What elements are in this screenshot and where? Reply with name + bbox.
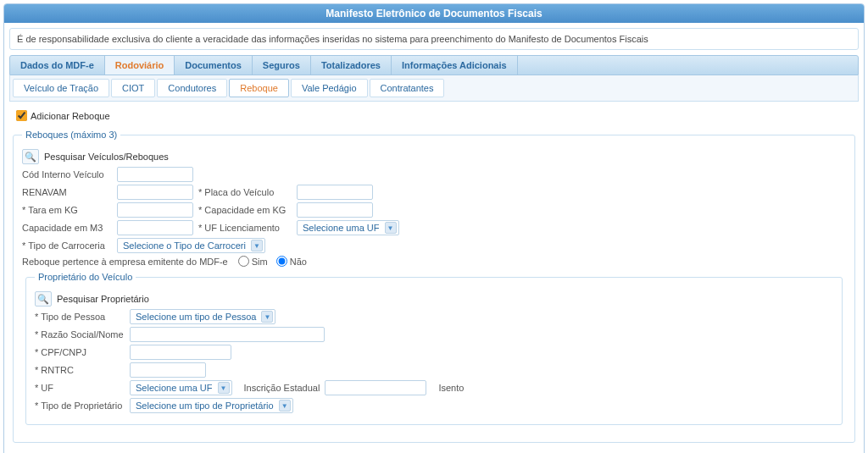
tab-totalizadores[interactable]: Totalizadores <box>311 56 392 75</box>
capacidade-m3-label: Capacidade em M3 <box>22 223 112 233</box>
cod-interno-label: Cód Interno Veículo <box>22 169 112 180</box>
search-proprietario-button[interactable]: 🔍 <box>35 291 52 307</box>
renavam-input[interactable] <box>117 185 193 200</box>
chevron-down-icon: ▼ <box>279 400 291 412</box>
tipo-pessoa-select[interactable]: Selecione um tipo de Pessoa▼ <box>130 309 275 324</box>
tab-dados-mdfe[interactable]: Dados do MDF-e <box>10 56 105 75</box>
search-veiculos-button[interactable]: 🔍 <box>22 149 39 164</box>
search-icon: 🔍 <box>37 294 49 305</box>
proprietario-fieldset: Proprietário do Veículo 🔍 Pesquisar Prop… <box>25 272 843 425</box>
tipo-carroceria-label: * Tipo de Carroceria <box>22 240 112 251</box>
proprietario-legend: Proprietário do Veículo <box>35 272 136 282</box>
tab-info-adicionais[interactable]: Informações Adicionais <box>392 56 518 75</box>
subtab-condutores[interactable]: Condutores <box>157 79 227 97</box>
tipo-prop-select[interactable]: Selecione um tipo de Proprietário▼ <box>130 398 293 413</box>
reboques-fieldset: Reboques (máximo 3) 🔍 Pesquisar Veículos… <box>13 130 855 443</box>
capacidade-kg-label: * Capacidade em KG <box>198 205 292 215</box>
rntrc-label: * RNTRC <box>35 365 125 375</box>
main-panel: Manifesto Eletrônico de Documentos Fisca… <box>3 3 865 453</box>
tipo-prop-label: * Tipo de Proprietário <box>35 401 125 411</box>
uf-lic-label: * UF Licenciamento <box>198 223 292 233</box>
uf-lic-select-text: Selecione uma UF <box>303 223 380 233</box>
tab-rodoviario[interactable]: Rodoviário <box>105 56 175 75</box>
renavam-label: RENAVAM <box>22 187 112 197</box>
tipo-carroceria-select[interactable]: Selecione o Tipo de Carroceri▼ <box>117 238 265 253</box>
uf-select[interactable]: Selecione uma UF▼ <box>130 380 232 395</box>
subtab-vale-pedagio[interactable]: Vale Pedágio <box>291 79 368 97</box>
chevron-down-icon: ▼ <box>251 240 263 251</box>
cpf-label: * CPF/CNPJ <box>35 347 125 357</box>
cod-interno-input[interactable] <box>117 167 193 182</box>
search-veiculos-label: Pesquisar Veículos/Reboques <box>44 152 169 162</box>
radio-nao[interactable] <box>276 256 287 267</box>
panel-body: É de responsabilidade exclusiva do clien… <box>4 23 864 453</box>
radio-sim-label: Sim <box>238 256 268 267</box>
chevron-down-icon: ▼ <box>261 311 273 323</box>
razao-label: * Razão Social/Nome <box>35 329 125 340</box>
radio-sim[interactable] <box>238 256 249 267</box>
subtab-reboque[interactable]: Reboque <box>229 79 289 97</box>
tipo-pessoa-label: * Tipo de Pessoa <box>35 312 125 322</box>
radio-nao-label: Não <box>276 256 307 267</box>
razao-input[interactable] <box>130 327 325 342</box>
uf-select-text: Selecione uma UF <box>136 383 213 393</box>
add-reboque-row: Adicionar Reboque <box>9 107 859 124</box>
tipo-carroceria-select-text: Selecione o Tipo de Carroceri <box>123 240 246 251</box>
tara-label: * Tara em KG <box>22 205 112 215</box>
tab-seguros[interactable]: Seguros <box>253 56 311 75</box>
subtab-veiculo-tracao[interactable]: Veículo de Tração <box>13 79 109 97</box>
uf-label: * UF <box>35 383 125 393</box>
cpf-input[interactable] <box>130 345 231 360</box>
subtab-contratantes[interactable]: Contratantes <box>370 79 445 97</box>
chevron-down-icon: ▼ <box>218 382 230 394</box>
uf-lic-select[interactable]: Selecione uma UF▼ <box>297 220 399 235</box>
tipo-pessoa-select-text: Selecione um tipo de Pessoa <box>136 312 256 322</box>
subtab-ciot[interactable]: CIOT <box>111 79 155 97</box>
chevron-down-icon: ▼ <box>385 222 397 234</box>
isento-label: Isento <box>438 383 464 393</box>
inscricao-label: Inscrição Estadual <box>244 383 320 393</box>
reboque-emitente-label: Reboque pertence à empresa emitente do M… <box>22 257 228 267</box>
panel-title: Manifesto Eletrônico de Documentos Fisca… <box>4 4 864 23</box>
capacidade-kg-input[interactable] <box>297 202 373 218</box>
tab-documentos[interactable]: Documentos <box>175 56 253 75</box>
inscricao-input[interactable] <box>325 380 426 395</box>
sub-tabs: Veículo de Tração CIOT Condutores Reboqu… <box>9 75 859 102</box>
tipo-prop-select-text: Selecione um tipo de Proprietário <box>136 401 274 411</box>
add-reboque-checkbox[interactable] <box>16 110 27 121</box>
add-reboque-label: Adicionar Reboque <box>31 111 110 121</box>
notice-text: É de responsabilidade exclusiva do clien… <box>9 28 859 50</box>
search-proprietario-label: Pesquisar Proprietário <box>57 294 149 304</box>
search-icon: 🔍 <box>25 152 36 163</box>
capacidade-m3-input[interactable] <box>117 220 193 235</box>
rntrc-input[interactable] <box>130 362 206 378</box>
tara-input[interactable] <box>117 202 193 218</box>
reboque-emitente-radio-group: Sim Não <box>238 256 307 267</box>
placa-input[interactable] <box>297 185 373 200</box>
main-tabs: Dados do MDF-e Rodoviário Documentos Seg… <box>9 55 859 75</box>
reboques-legend: Reboques (máximo 3) <box>22 130 120 140</box>
placa-label: * Placa do Veículo <box>198 187 292 197</box>
